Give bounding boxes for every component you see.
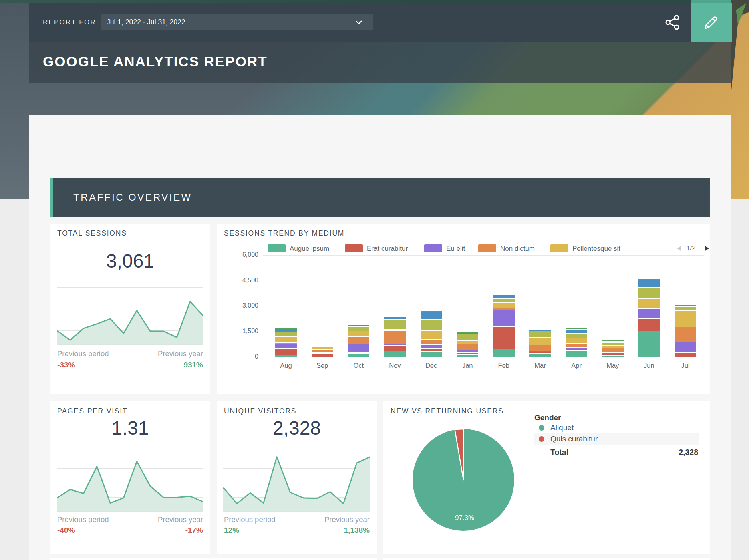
bar-segment bbox=[275, 337, 297, 342]
x-axis-label: Feb bbox=[490, 362, 518, 369]
total-sessions-sparkline bbox=[57, 287, 203, 345]
stacked-bar-jul bbox=[675, 224, 696, 357]
y-axis-tick: 1,500 bbox=[222, 328, 258, 335]
report-for-label: REPORT FOR bbox=[43, 3, 96, 42]
share-icon[interactable] bbox=[664, 14, 681, 31]
card-title: NEW VS RETURNING USERS bbox=[391, 407, 504, 415]
bar-segment bbox=[602, 343, 624, 345]
bar-segment bbox=[638, 288, 660, 299]
x-axis-label: Mar bbox=[526, 362, 554, 369]
report-title-bar: GOOGLE ANALYTICS REPORT bbox=[29, 42, 731, 83]
legend-item-quis-curabitur: Quis curabitur bbox=[534, 433, 699, 445]
total-sessions-card: TOTAL SESSIONS 3,061 Previous period -33… bbox=[50, 224, 210, 394]
bar-segment bbox=[275, 355, 297, 357]
x-axis-label: Sep bbox=[308, 362, 336, 369]
legend-next-icon[interactable] bbox=[703, 245, 710, 252]
background-top-strip bbox=[0, 0, 749, 3]
bar-segment bbox=[675, 305, 696, 306]
legend-total-row: Total 2,328 bbox=[534, 445, 699, 459]
bar-segment bbox=[638, 309, 660, 318]
bar-segment bbox=[421, 340, 442, 344]
y-axis-tick: 0 bbox=[222, 353, 258, 360]
bar-segment bbox=[457, 332, 478, 333]
stacked-bar-oct bbox=[348, 224, 369, 357]
x-axis-label: Oct bbox=[344, 362, 372, 369]
section-header-traffic-overview: TRAFFIC OVERVIEW bbox=[50, 178, 710, 217]
chevron-down-icon bbox=[354, 18, 363, 27]
bar-segment bbox=[275, 329, 297, 332]
stacked-bar-jan bbox=[457, 224, 478, 357]
gender-legend-title: Gender bbox=[534, 413, 699, 422]
bar-segment bbox=[348, 337, 369, 344]
bar-segment bbox=[275, 344, 297, 348]
bar-segment bbox=[675, 307, 696, 311]
unique-visitors-value: 2,328 bbox=[217, 417, 377, 439]
stacked-bar-dec bbox=[421, 224, 442, 357]
x-axis-label: Dec bbox=[417, 362, 445, 369]
legend-item-aliquet: Aliquet bbox=[534, 422, 699, 433]
bar-segment bbox=[566, 344, 587, 347]
bar-segment bbox=[421, 312, 442, 319]
pages-per-visit-card: PAGES PER VISIT 1.31 Previous period -40… bbox=[50, 401, 210, 554]
bar-segment bbox=[675, 342, 696, 352]
bar-segment bbox=[602, 348, 624, 352]
bar-segment bbox=[638, 331, 660, 357]
bar-segment bbox=[275, 332, 297, 336]
bar-segment bbox=[529, 338, 551, 345]
bar-segment bbox=[384, 320, 406, 330]
stacked-bar-feb bbox=[493, 224, 515, 357]
stacked-bar-nov bbox=[384, 224, 406, 357]
bar-segment bbox=[529, 354, 551, 357]
bar-segment bbox=[312, 347, 333, 349]
bar-segment bbox=[602, 356, 624, 357]
y-axis-tick: 4,500 bbox=[222, 277, 258, 284]
stacked-bar-may bbox=[602, 224, 624, 357]
bar-segment bbox=[384, 316, 406, 316]
bar-segment bbox=[566, 348, 587, 349]
bar-segment bbox=[566, 338, 587, 343]
bar-segment bbox=[529, 331, 551, 337]
y-axis-tick: 6,000 bbox=[222, 251, 258, 258]
bar-segment bbox=[348, 325, 369, 326]
x-axis-label: Jun bbox=[635, 362, 663, 369]
bar-segment bbox=[675, 353, 696, 357]
bar-segment bbox=[348, 354, 369, 357]
previous-period-value: -33% bbox=[57, 361, 75, 369]
bar-segment bbox=[348, 324, 369, 324]
bar-segment bbox=[457, 350, 478, 352]
bar-segment bbox=[493, 327, 515, 349]
bar-segment bbox=[384, 331, 406, 344]
stacked-bar-apr bbox=[566, 224, 587, 357]
date-range-dropdown[interactable]: Jul 1, 2022 - Jul 31, 2022 bbox=[101, 14, 373, 30]
bar-segment bbox=[348, 353, 369, 353]
bar-segment bbox=[602, 342, 624, 343]
total-sessions-value: 3,061 bbox=[50, 250, 210, 272]
bar-segment bbox=[675, 311, 696, 327]
bar-segment bbox=[421, 320, 442, 330]
previous-period-label: Previous period bbox=[57, 349, 109, 358]
bar-segment bbox=[638, 308, 660, 308]
total-label: Total bbox=[550, 448, 568, 457]
new-vs-returning-card: NEW VS RETURNING USERS 97.3% Gender Aliq… bbox=[383, 401, 710, 554]
total-value: 2,328 bbox=[679, 445, 698, 459]
bar-segment bbox=[457, 353, 478, 354]
previous-period-value: -40% bbox=[57, 526, 75, 535]
bar-segment bbox=[275, 328, 297, 329]
gender-legend: Gender Aliquet Quis curabitur Total 2,32… bbox=[534, 413, 699, 459]
legend-dot bbox=[539, 436, 544, 442]
bar-segment bbox=[493, 308, 515, 310]
bar-segment bbox=[602, 340, 624, 341]
bar-segment bbox=[529, 330, 551, 331]
bar-segment bbox=[312, 353, 333, 353]
bar-segment bbox=[493, 295, 515, 298]
stacked-bar-jun bbox=[638, 224, 660, 357]
pencil-icon bbox=[702, 13, 721, 31]
x-axis-label: Jul bbox=[671, 362, 699, 369]
edit-button[interactable] bbox=[691, 3, 732, 42]
x-axis-label: Nov bbox=[381, 362, 409, 369]
bar-segment bbox=[529, 330, 551, 330]
bar-segment bbox=[384, 346, 406, 350]
top-toolbar: REPORT FOR Jul 1, 2022 - Jul 31, 2022 bbox=[29, 3, 691, 42]
bar-segment bbox=[384, 330, 406, 330]
bar-segment bbox=[493, 303, 515, 308]
